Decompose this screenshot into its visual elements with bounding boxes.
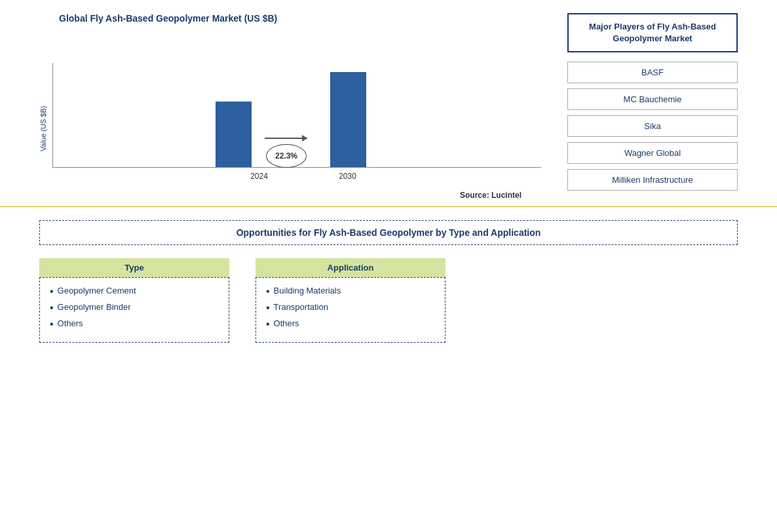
bullet-icon: • [266, 319, 270, 330]
opportunities-columns: Type • Geopolymer Cement • Geopolymer Bi… [39, 258, 738, 343]
type-header: Type [39, 258, 229, 277]
bars-container: 22.3% [52, 63, 541, 168]
type-item-2-label: Geopolymer Binder [58, 302, 131, 312]
bullet-icon: • [50, 303, 54, 313]
app-item-1: • Building Materials [266, 286, 435, 297]
app-item-1-label: Building Materials [274, 286, 341, 295]
type-item-2: • Geopolymer Binder [50, 302, 219, 313]
application-header: Application [256, 258, 445, 277]
y-axis-label: Value (US $B) [39, 76, 47, 181]
x-label-2030: 2030 [330, 172, 366, 181]
bullet-icon: • [50, 286, 54, 297]
main-container: Global Fly Ash-Based Geopolymer Market (… [0, 0, 777, 532]
app-item-3: • Others [266, 318, 435, 330]
application-column: Application • Building Materials • Trans… [256, 258, 445, 343]
chart-inner: 22.3% 2024 2030 [52, 63, 541, 181]
top-section: Global Fly Ash-Based Geopolymer Market (… [0, 0, 777, 207]
type-column: Type • Geopolymer Cement • Geopolymer Bi… [39, 258, 229, 343]
app-item-2: • Transportation [266, 302, 435, 313]
players-box-title: Major Players of Fly Ash-Based Geopolyme… [567, 13, 738, 52]
bar-2030 [330, 72, 366, 167]
x-labels: 2024 2030 [52, 172, 541, 181]
opportunities-box: Opportunities for Fly Ash-Based Geopolym… [39, 220, 738, 245]
x-label-2024: 2024 [241, 172, 277, 181]
type-item-3-label: Others [58, 318, 83, 328]
application-items-box: • Building Materials • Transportation • … [256, 277, 445, 343]
player-item-basf: BASF [567, 62, 738, 83]
app-item-2-label: Transportation [274, 302, 328, 312]
player-item-wagner: Wagner Global [567, 142, 738, 164]
player-item-mc: MC Bauchemie [567, 88, 738, 110]
bullet-icon: • [266, 303, 270, 313]
type-item-1-label: Geopolymer Cement [58, 286, 136, 295]
chart-area: Global Fly Ash-Based Geopolymer Market (… [39, 13, 554, 200]
player-item-sika: Sika [567, 115, 738, 137]
chart-wrapper: Value (US $B) 22.3% [39, 37, 541, 181]
bullet-icon: • [266, 286, 270, 297]
player-item-milliken: Milliken Infrastructure [567, 169, 738, 191]
cagr-value: 22.3% [275, 151, 297, 161]
players-area: Major Players of Fly Ash-Based Geopolyme… [554, 13, 738, 200]
chart-title: Global Fly Ash-Based Geopolymer Market (… [59, 13, 541, 24]
bullet-icon: • [50, 319, 54, 330]
source-text: Source: Lucintel [39, 191, 541, 200]
bar-2024 [216, 102, 252, 167]
type-items-box: • Geopolymer Cement • Geopolymer Binder … [39, 277, 229, 343]
app-item-3-label: Others [274, 318, 299, 328]
type-item-3: • Others [50, 318, 219, 330]
bottom-section: Opportunities for Fly Ash-Based Geopolym… [0, 207, 777, 356]
cagr-bubble: 22.3% [266, 144, 307, 168]
type-item-1: • Geopolymer Cement [50, 286, 219, 297]
